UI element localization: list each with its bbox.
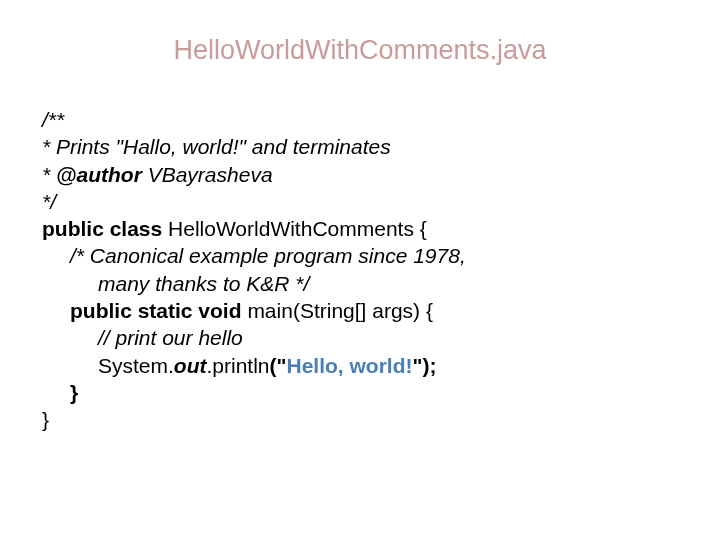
- keyword-public-class: public class: [42, 217, 168, 240]
- system-call: System.: [98, 354, 174, 377]
- doc-author-name: VBayrasheva: [142, 163, 273, 186]
- println-call: .println: [207, 354, 270, 377]
- code-line: */: [42, 188, 678, 215]
- method-signature: main(String[] args) {: [247, 299, 433, 322]
- block-comment: many thanks to K&R */: [98, 272, 309, 295]
- method-close-brace: }: [70, 381, 78, 404]
- code-line: * Prints "Hallo, world!" and terminates: [42, 133, 678, 160]
- doc-comment-prefix: *: [42, 163, 56, 186]
- line-comment: // print our hello: [98, 326, 243, 349]
- doc-comment-close: */: [42, 190, 56, 213]
- block-comment: /* Canonical example program since 1978,: [70, 244, 466, 267]
- code-line: System.out.println("Hello, world!");: [42, 352, 678, 379]
- paren-quote-close: ");: [413, 354, 437, 377]
- code-line: // print our hello: [42, 324, 678, 351]
- code-line: /**: [42, 106, 678, 133]
- class-close-brace: }: [42, 408, 49, 431]
- keyword-method: public static void: [70, 299, 247, 322]
- out-field: out: [174, 354, 207, 377]
- code-line: }: [42, 379, 678, 406]
- paren-quote-open: (": [270, 354, 287, 377]
- doc-comment-text: * Prints "Hallo, world!" and terminates: [42, 135, 391, 158]
- code-line: many thanks to K&R */: [42, 270, 678, 297]
- code-line: * @author VBayrasheva: [42, 161, 678, 188]
- code-line: }: [42, 406, 678, 433]
- code-line: /* Canonical example program since 1978,: [42, 242, 678, 269]
- code-line: public static void main(String[] args) {: [42, 297, 678, 324]
- doc-comment-open: /**: [42, 108, 64, 131]
- code-line: public class HelloWorldWithComments {: [42, 215, 678, 242]
- page-title: HelloWorldWithComments.java: [42, 35, 678, 66]
- code-block: /** * Prints "Hallo, world!" and termina…: [42, 106, 678, 434]
- class-name: HelloWorldWithComments {: [168, 217, 427, 240]
- string-literal: Hello, world!: [287, 354, 413, 377]
- doc-tag-author: @author: [56, 163, 142, 186]
